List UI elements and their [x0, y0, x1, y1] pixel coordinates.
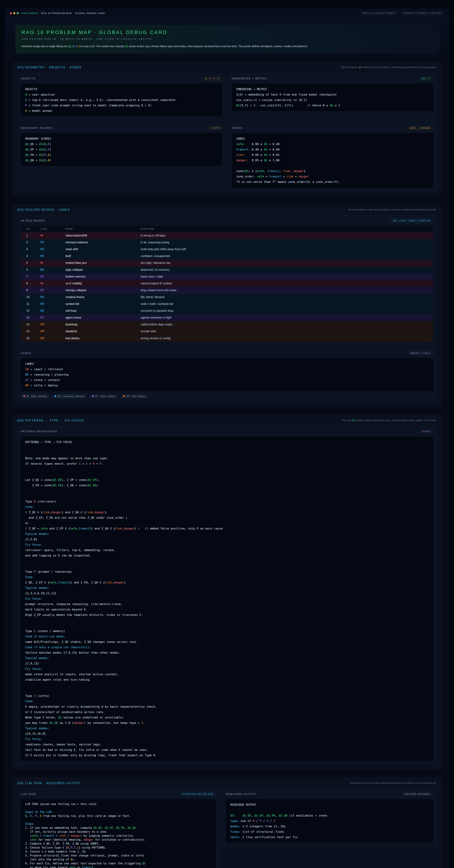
code-line: 5. Propose structural_fixes that change …: [25, 854, 212, 858]
code-line: ΔS(X,Y) = 1 - cos_sim(I(X), I(Y)) // hen…: [236, 103, 429, 108]
code-line: [25, 688, 429, 693]
titlebar-left: RAG-DEBUG · RAG 16 PROBLEM MAP · GLOBAL …: [10, 12, 105, 14]
lane-legend-chip: ST · state / context: [89, 394, 118, 399]
code-line: failure matches modes {7,9,13} better th…: [25, 650, 429, 655]
code-line: transit: 0.40 ≤ ΔS < 0.60: [236, 147, 429, 152]
code-line: tests: 1 tiny verification test per fix: [230, 835, 429, 840]
geometry-grid: OBJECTS Q / E / P / A OBJECTSQ = user qu…: [17, 73, 437, 191]
code-line: and add logging so E can be inspected.: [25, 553, 429, 558]
minimize-button[interactable]: [13, 12, 15, 14]
code-line: Typical modes:: [25, 726, 429, 731]
embedding-metric-panel: EMBEDDING + METRIC ΔS(X,Y) EMBEDDING + M…: [228, 73, 437, 120]
code-line: Fix focus:: [25, 542, 429, 548]
code-line: If not, directly assign each boundary to…: [25, 830, 212, 834]
code-line: OP = infra / deploy: [25, 383, 429, 388]
objects-code-block: OBJECTSQ = user questionE = top-k retrie…: [21, 83, 222, 117]
code-line: ΔS_PA = ΔS(P,A): [25, 152, 218, 158]
code-line: or E inconsistent or unobservable across…: [25, 709, 429, 715]
code-line: RE = reasoning / planning: [25, 372, 429, 377]
code-line: High Z_EP usually means the template dis…: [25, 612, 429, 618]
code-line: LANES: [25, 361, 429, 367]
code-line: REQUIRED OUTPUT: [230, 802, 429, 808]
code-line: danger: 0.85 ≤ ΔS ≤ 1.00: [236, 158, 429, 163]
maximize-button[interactable]: [17, 12, 19, 14]
objects-badge: Q / E / P / A: [202, 76, 222, 81]
code-line: Typical modes:: [25, 655, 429, 661]
lanes-panel: LANES WHERE IT FAILS LANESIN = input / r…: [17, 348, 437, 402]
mode-row-15: 15OPdeadlockcircular wait: [21, 328, 433, 335]
code-line: ΔS: ΔS_QE, ΔS_EP, ΔS_PA, ΔS_QA (if avail…: [230, 813, 429, 818]
titlebar-badges: IMAGE-AS-DEBUG PROMPT SEMANTIC FIREWALL …: [359, 11, 444, 15]
mode-row-3: 3REchain driftmulti-step plan drifts awa…: [21, 246, 433, 253]
code-line: [25, 466, 429, 472]
section-llm-task-title: [04] LLM TASK · REQUIRED OUTPUT: [17, 781, 81, 785]
mode-row-13: 13STagent chaosagents overwrite or fight: [21, 314, 433, 321]
code-line: you may treat ΔS_QE as 1.0 (danger) by c…: [25, 720, 429, 726]
lanes-header: LANES WHERE IT FAILS: [21, 350, 433, 355]
code-line: {1,5,8}: [25, 537, 429, 542]
code-line: [25, 618, 429, 623]
code-line: or move its zone toward safe or transit.: [25, 866, 212, 868]
code-line: Fix focus:: [25, 666, 429, 672]
code-line: E empty, placeholder or clearly mismatch…: [25, 704, 429, 709]
section-failure-modes-title: [02] FAILURE MODES · LANES: [17, 208, 70, 212]
section-patterns-note: From four ΔS zones to failure type and f…: [342, 418, 437, 422]
mode-row-2: 2REmisread evidenceE ok, reasoning wrong: [21, 239, 433, 246]
code-line: or: [25, 521, 429, 526]
code-line: BOUNDARY SCORES: [25, 136, 218, 142]
code-line: cos_sim(u,v) = cosine similarity in [0,1…: [236, 97, 429, 103]
mode-row-6: 6RElogic collapsedead-end, no recovery: [21, 267, 433, 273]
code-line: P = final user-side prompt string sent t…: [25, 103, 218, 108]
section-failure-modes-note: 16 named failure modes across 4 lanes. U…: [348, 208, 437, 212]
code-line: [25, 682, 429, 688]
code-line: [25, 472, 429, 477]
pattern-definitions-header: PATTERN DEFINITIONS R / P / S / I: [21, 429, 433, 434]
boundary-scores-header: BOUNDARY SCORES 4 CUTS: [21, 125, 222, 130]
hero-banner: RAG 16 PROBLEM MAP · GLOBAL DEBUG CARD O…: [15, 25, 439, 54]
page-title: RAG 16 PROBLEM MAP · GLOBAL DEBUG CARD: [22, 30, 432, 35]
objects-panel: OBJECTS Q / E / P / A OBJECTSQ = user qu…: [17, 73, 226, 120]
code-line: Type S (state / memory): [25, 628, 429, 634]
code-line: safe for near-identical meaning, danger …: [25, 838, 212, 842]
code-line: type: one of R / P / S / I: [230, 818, 429, 824]
code-line: [25, 564, 429, 569]
window-controls: [10, 12, 19, 14]
code-line: Steps:: [25, 822, 212, 826]
llm-task-label: LLM TASK: [21, 793, 36, 796]
code-line: Cond:: [25, 699, 429, 704]
code-line: risk: 0.60 ≤ ΔS < 0.85: [236, 152, 429, 158]
lane-dot-icon: [92, 395, 94, 397]
lane-dot-icon: [55, 395, 56, 397]
lane-dot-icon: [123, 395, 125, 397]
section-patterns-title: [03] PATTERNS → TYPE → FIX FOCUS: [17, 418, 84, 422]
embedding-metric-code-block: EMBEDDING + METRICI(X) = embedding of te…: [232, 83, 433, 112]
close-button[interactable]: [10, 12, 12, 14]
code-line: and Z_EP, Z_PA are not worse than Z_QE u…: [25, 515, 429, 521]
code-line: ZONES: [236, 136, 429, 142]
boundary-scores-code-block: BOUNDARY SCORESΔS_QE = ΔS(Q,E)ΔS_EP = ΔS…: [21, 133, 222, 166]
section-llm-task-note: What any LLM must do when you feed this …: [350, 781, 437, 785]
embedding-metric-header: EMBEDDING + METRIC ΔS(X,Y): [232, 76, 433, 81]
rag-modes-header: 16 RAG MODES NO / LANE / NAME / SYMPTOM: [21, 218, 433, 223]
section-failure-modes: [02] FAILURE MODES · LANES 16 named fail…: [12, 204, 442, 407]
code-line: (safe / transit / risk / danger) by judg…: [25, 834, 212, 838]
code-line: “X is not worse than Y” means zone_order…: [236, 179, 429, 185]
code-line: E = top-k retrieved docs (small k, e.g.,…: [25, 97, 218, 103]
lanes-code-block: LANESIN = input / retrievalRE = reasonin…: [21, 358, 433, 392]
code-line: ( Z_QE ∈ {risk,danger} and Z_QA ∈ {risk,…: [25, 510, 429, 515]
code-line: zone(ΔS) ∈ {safe, transit, risk, danger}: [236, 168, 429, 174]
pattern-definitions-code-block: PATTERNS → TYPE → FIX FOCUSNote: one mod…: [21, 436, 433, 761]
required-output-panel: REQUIRED OUTPUT MACHINE-READABLE REQUIRE…: [222, 789, 437, 846]
zones-code-block: ZONESsafe: 0.00 ≤ ΔS < 0.40transit: 0.40…: [232, 133, 433, 188]
boundary-scores-label: BOUNDARY SCORES: [21, 126, 53, 129]
code-line: safe: 0.00 ≤ ΔS < 0.40: [236, 142, 429, 147]
code-line: Z_PA = zone(ΔS_PA), Z_QA = zone(ΔS_QA).: [25, 483, 429, 488]
code-line: {7,9,13}: [25, 661, 429, 666]
code-line: prompt structure, stepwise reasoning, ci…: [25, 601, 429, 607]
code-line: Cond:: [25, 504, 429, 510]
code-line: [25, 558, 429, 564]
llm-task-panel: LLM TASK GIVEN ONE FAILING RUN LLM TASK …: [17, 789, 220, 868]
code-line: Typical modes:: [25, 585, 429, 591]
objects-label: OBJECTS: [21, 77, 35, 80]
code-line: ΔS_EP = ΔS(E,P): [25, 147, 218, 152]
